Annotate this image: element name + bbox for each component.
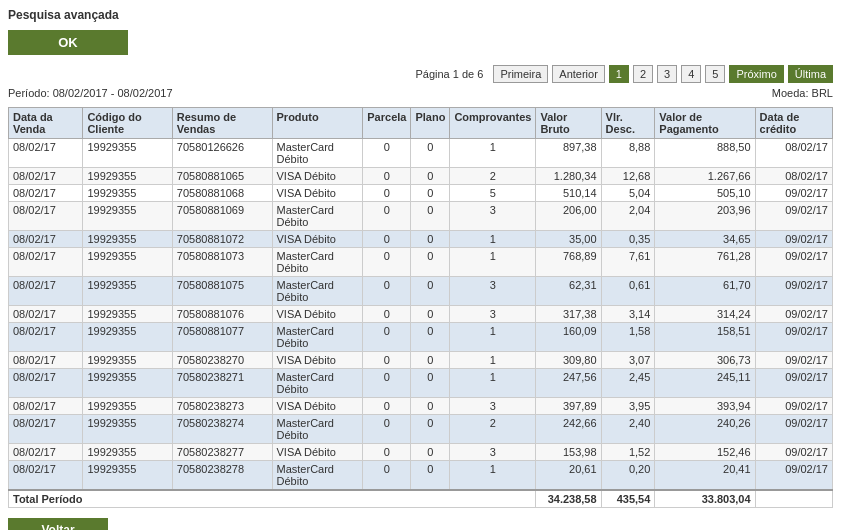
moeda-label: Moeda: BRL: [772, 87, 833, 99]
col-valor-bruto: Valor Bruto: [536, 108, 601, 139]
col-resumo-vendas: Resumo de Vendas: [172, 108, 272, 139]
page-3-button[interactable]: 3: [657, 65, 677, 83]
total-row: Total Período34.238,58435,5433.803,04: [9, 490, 833, 508]
table-row: 08/02/171992935570580881073MasterCard Dé…: [9, 248, 833, 277]
sales-table: Data da Venda Código do Cliente Resumo d…: [8, 107, 833, 508]
col-data-credito: Data de crédito: [755, 108, 832, 139]
table-row: 08/02/171992935570580881072VISA Débito00…: [9, 231, 833, 248]
total-valor-pag: 33.803,04: [655, 490, 755, 508]
total-valor-bruto: 34.238,58: [536, 490, 601, 508]
page-5-button[interactable]: 5: [705, 65, 725, 83]
table-row: 08/02/171992935570580126626MasterCard Dé…: [9, 139, 833, 168]
page-4-button[interactable]: 4: [681, 65, 701, 83]
page-2-button[interactable]: 2: [633, 65, 653, 83]
table-row: 08/02/171992935570580881068VISA Débito00…: [9, 185, 833, 202]
col-comprovantes: Comprovantes: [450, 108, 536, 139]
total-label: Total Período: [9, 490, 536, 508]
ultima-button[interactable]: Última: [788, 65, 833, 83]
col-produto: Produto: [272, 108, 363, 139]
table-row: 08/02/171992935570580238274MasterCard Dé…: [9, 415, 833, 444]
col-valor-pagamento: Valor de Pagamento: [655, 108, 755, 139]
col-vlr-desc: Vlr. Desc.: [601, 108, 655, 139]
table-row: 08/02/171992935570580881075MasterCard Dé…: [9, 277, 833, 306]
page-title: Pesquisa avançada: [8, 8, 833, 22]
total-vlr-desc: 435,54: [601, 490, 655, 508]
pagination-info: Página 1 de 6: [415, 68, 483, 80]
proximo-button[interactable]: Próximo: [729, 65, 783, 83]
col-codigo-cliente: Código do Cliente: [83, 108, 172, 139]
table-row: 08/02/171992935570580238277VISA Débito00…: [9, 444, 833, 461]
periodo-label: Período: 08/02/2017 - 08/02/2017: [8, 87, 173, 99]
table-row: 08/02/171992935570580881069MasterCard Dé…: [9, 202, 833, 231]
table-row: 08/02/171992935570580238270VISA Débito00…: [9, 352, 833, 369]
table-row: 08/02/171992935570580881065VISA Débito00…: [9, 168, 833, 185]
table-row: 08/02/171992935570580238273VISA Débito00…: [9, 398, 833, 415]
col-data-venda: Data da Venda: [9, 108, 83, 139]
page-1-button[interactable]: 1: [609, 65, 629, 83]
table-row: 08/02/171992935570580881076VISA Débito00…: [9, 306, 833, 323]
voltar-button[interactable]: Voltar: [8, 518, 108, 530]
col-parcela: Parcela: [363, 108, 411, 139]
table-row: 08/02/171992935570580881077MasterCard Dé…: [9, 323, 833, 352]
ok-button[interactable]: OK: [8, 30, 128, 55]
table-row: 08/02/171992935570580238278MasterCard Dé…: [9, 461, 833, 491]
anterior-button[interactable]: Anterior: [552, 65, 605, 83]
col-plano: Plano: [411, 108, 450, 139]
table-row: 08/02/171992935570580238271MasterCard Dé…: [9, 369, 833, 398]
primeira-button[interactable]: Primeira: [493, 65, 548, 83]
